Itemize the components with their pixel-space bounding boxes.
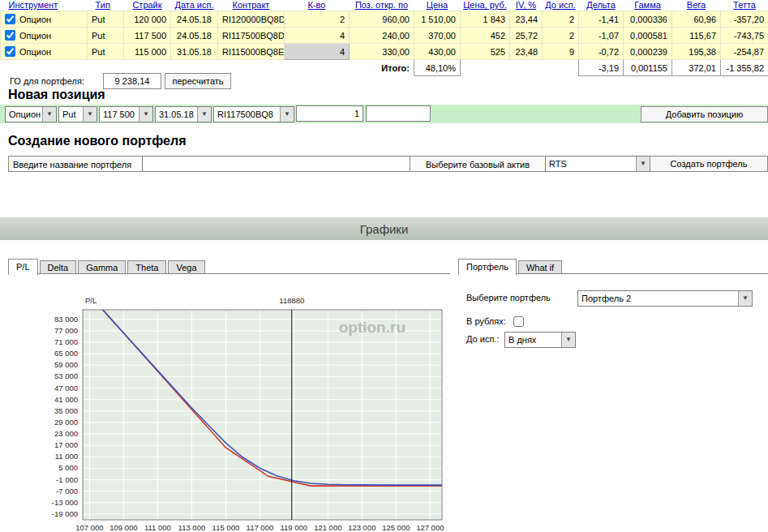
tab-gamma[interactable]: Gamma (78, 260, 126, 274)
position-cell: 9 (543, 44, 579, 60)
option-type-select[interactable]: Put ▼ (58, 106, 97, 122)
portfolio-name-input[interactable] (142, 156, 410, 172)
instrument-label: Опцион (19, 47, 51, 57)
positions-table: Инструмент Тип Страйк Дата исп. Контракт… (0, 0, 768, 76)
col-header-open-price[interactable]: Поз. откр. по (350, 0, 414, 11)
totals-iv-percent: 48,10% (414, 60, 461, 76)
chevron-down-icon: ▼ (197, 107, 211, 122)
col-header-type[interactable]: Тип (88, 0, 124, 11)
position-qty-cell[interactable]: 4 (285, 44, 350, 60)
svg-text:41 000: 41 000 (54, 395, 78, 404)
svg-text:option.ru: option.ru (339, 319, 405, 336)
svg-text:121 000: 121 000 (314, 523, 341, 532)
chevron-down-icon: ▼ (738, 291, 752, 306)
add-position-button[interactable]: Добавить позицию (641, 106, 768, 122)
position-cell: 240,00 (350, 28, 414, 44)
col-header-gamma[interactable]: Гамма (624, 0, 672, 11)
position-cell: 115 000 (124, 44, 171, 60)
position-checkbox[interactable] (5, 30, 15, 41)
svg-text:113 000: 113 000 (178, 523, 206, 532)
col-header-vega[interactable]: Вега (672, 0, 721, 11)
svg-text:53 000: 53 000 (54, 371, 78, 380)
col-header-instrument[interactable]: Инструмент (1, 0, 88, 11)
position-cell: -0,72 (579, 44, 624, 60)
position-cell: 2 (543, 11, 579, 28)
col-header-qty[interactable]: К-во (285, 0, 350, 11)
base-asset-label: Выберите базовый актив (410, 156, 546, 172)
instrument-label: Опцион (19, 31, 51, 41)
col-header-price[interactable]: Цена (414, 0, 461, 11)
position-row: Опцион Put 120 000 24.05.18 RI120000BQ8D… (1, 11, 768, 28)
tab-portfolio[interactable]: Портфель (458, 259, 517, 275)
svg-text:125 000: 125 000 (382, 523, 410, 532)
svg-text:29 000: 29 000 (54, 418, 78, 427)
chevron-down-icon: ▼ (42, 107, 56, 122)
contract-select[interactable]: RI117500BQ8 ▼ (213, 106, 294, 122)
expiry-select[interactable]: 31.05.18 ▼ (155, 106, 212, 122)
instrument-select[interactable]: Опцион ▼ (5, 106, 57, 122)
svg-text:115 000: 115 000 (212, 523, 240, 532)
chevron-down-icon: ▼ (139, 107, 152, 122)
tab-delta[interactable]: Delta (40, 260, 77, 274)
col-header-price-rub[interactable]: Цена, руб. (461, 0, 510, 11)
base-asset-select[interactable]: RTS ▼ (545, 156, 650, 172)
position-checkbox[interactable] (5, 46, 15, 57)
portfolio-select-value: Портфель 2 (578, 291, 738, 306)
position-cell: 0,000239 (624, 44, 672, 60)
recalculate-button[interactable]: пересчитать (165, 73, 231, 89)
position-cell: Put (88, 44, 124, 60)
position-cell: 0,000336 (624, 11, 672, 28)
tab-what-if[interactable]: What if (518, 260, 562, 274)
svg-text:123 000: 123 000 (348, 523, 375, 532)
portfolio-select[interactable]: Портфель 2 ▼ (577, 290, 753, 307)
charts-banner-title: Графики (360, 222, 409, 236)
col-header-theta[interactable]: Тетта (721, 0, 768, 11)
chevron-down-icon: ▼ (561, 332, 575, 347)
position-cell: 330,00 (350, 44, 414, 60)
rubles-checkbox[interactable] (513, 316, 524, 327)
position-cell: 24.05.18 (171, 11, 218, 28)
totals-gamma: 0,001155 (624, 60, 672, 76)
svg-text:-13 000: -13 000 (52, 498, 78, 507)
quantity-input[interactable] (296, 105, 363, 122)
rubles-label: В рублях: (466, 314, 506, 329)
position-cell: -743,75 (721, 28, 768, 44)
svg-text:65 000: 65 000 (54, 349, 78, 358)
tab-theta[interactable]: Theta (127, 260, 166, 274)
svg-text:77 000: 77 000 (54, 326, 78, 335)
position-cell: Put (88, 11, 124, 28)
position-cell: RI115000BQ8E (218, 44, 285, 60)
position-checkbox[interactable] (5, 14, 15, 24)
tab-pl[interactable]: P/L (8, 259, 38, 275)
col-header-days[interactable]: До исп. (543, 0, 579, 11)
tab-vega[interactable]: Vega (168, 260, 204, 274)
new-portfolio-title: Создание нового портфеля (8, 134, 187, 148)
chevron-down-icon: ▼ (636, 157, 650, 171)
charts-banner: Графики (0, 217, 768, 240)
col-header-expiry[interactable]: Дата исп. (171, 0, 218, 11)
col-header-delta[interactable]: Дельта (579, 0, 624, 11)
strike-select-value: 117 500 (100, 107, 139, 122)
price-input[interactable] (366, 105, 431, 122)
instrument-select-value: Опцион (6, 107, 42, 122)
col-header-iv[interactable]: IV, % (510, 0, 543, 11)
svg-text:17 000: 17 000 (54, 440, 78, 449)
create-portfolio-button[interactable]: Создать портфель (650, 156, 768, 172)
strike-select[interactable]: 117 500 ▼ (99, 106, 153, 122)
chevron-down-icon: ▼ (280, 107, 294, 122)
col-header-contract[interactable]: Контракт (218, 0, 285, 11)
select-portfolio-label: Выберите портфель (466, 290, 551, 306)
position-cell: 1 843 (461, 11, 510, 28)
position-cell: -1,41 (579, 11, 624, 28)
col-header-strike[interactable]: Страйк (124, 0, 171, 11)
portfolio-name-label: Введите название портфеля (8, 156, 143, 172)
days-select[interactable]: В днях ▼ (504, 332, 576, 348)
position-cell: Опцион (1, 11, 88, 28)
svg-text:127 000: 127 000 (416, 523, 444, 532)
position-row: Опцион Put 117 500 24.05.18 RI117500BQ8D… (1, 28, 768, 44)
position-cell: 23,44 (510, 11, 543, 28)
position-cell: 960,00 (350, 11, 414, 28)
pl-chart-panel: 83 00077 00071 00065 00059 00053 00047 0… (8, 273, 450, 532)
svg-text:59 000: 59 000 (54, 360, 78, 369)
svg-text:47 000: 47 000 (54, 384, 78, 393)
